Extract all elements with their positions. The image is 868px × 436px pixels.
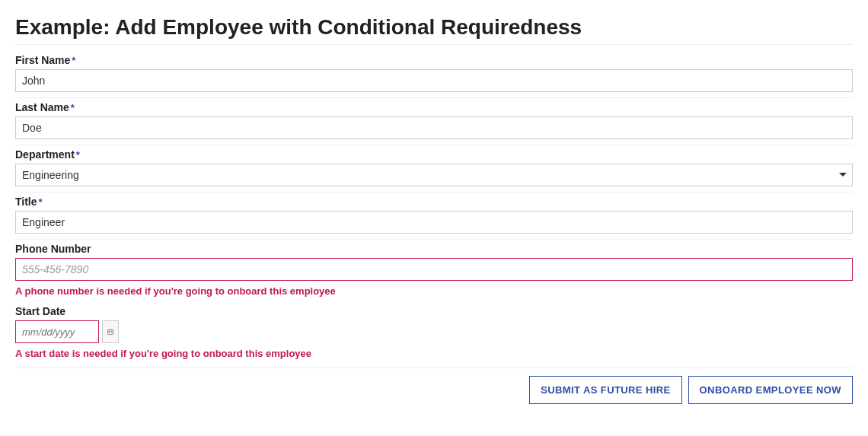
field-phone: Phone Number A phone number is needed if… <box>15 240 853 302</box>
required-star: * <box>71 102 75 113</box>
field-last-name: Last Name * <box>15 98 853 145</box>
label-text: First Name <box>15 54 70 66</box>
label-text: Last Name <box>15 101 69 113</box>
field-start-date: Start Date A start date is needed if you… <box>15 302 853 364</box>
department-label: Department * <box>15 148 853 161</box>
label-text: Start Date <box>15 305 65 317</box>
svg-rect-4 <box>109 332 110 333</box>
required-star: * <box>72 55 75 66</box>
phone-label: Phone Number <box>15 243 853 255</box>
label-text: Title <box>15 196 37 208</box>
field-first-name: First Name * <box>15 51 853 98</box>
svg-rect-6 <box>111 332 112 333</box>
required-star: * <box>39 196 43 208</box>
phone-error-message: A phone number is needed if you're going… <box>15 285 853 297</box>
start-date-label: Start Date <box>15 305 853 317</box>
title-label: Title * <box>15 196 853 208</box>
submit-future-hire-button[interactable]: SUBMIT AS FUTURE HIRE <box>529 376 681 404</box>
department-select[interactable]: Engineering <box>15 164 853 186</box>
label-text: Phone Number <box>15 243 91 255</box>
calendar-button[interactable] <box>102 320 119 343</box>
form-actions: SUBMIT AS FUTURE HIRE ONBOARD EMPLOYEE N… <box>15 368 853 404</box>
title-input[interactable] <box>15 211 853 234</box>
page-title: Example: Add Employee with Conditional R… <box>15 15 853 45</box>
start-date-input[interactable] <box>15 320 99 343</box>
add-employee-form: Example: Add Employee with Conditional R… <box>0 0 868 419</box>
first-name-input[interactable] <box>15 69 853 92</box>
label-text: Department <box>15 148 75 161</box>
onboard-now-button[interactable]: ONBOARD EMPLOYEE NOW <box>688 376 853 404</box>
field-title: Title * <box>15 193 853 240</box>
first-name-label: First Name * <box>15 54 853 66</box>
start-date-error-message: A start date is needed if you're going t… <box>15 348 853 359</box>
svg-rect-5 <box>110 332 111 333</box>
last-name-input[interactable] <box>15 116 853 139</box>
phone-input[interactable] <box>15 258 853 281</box>
calendar-icon <box>107 327 113 336</box>
last-name-label: Last Name * <box>15 101 853 113</box>
field-department: Department * Engineering <box>15 145 853 193</box>
required-star: * <box>76 149 80 161</box>
